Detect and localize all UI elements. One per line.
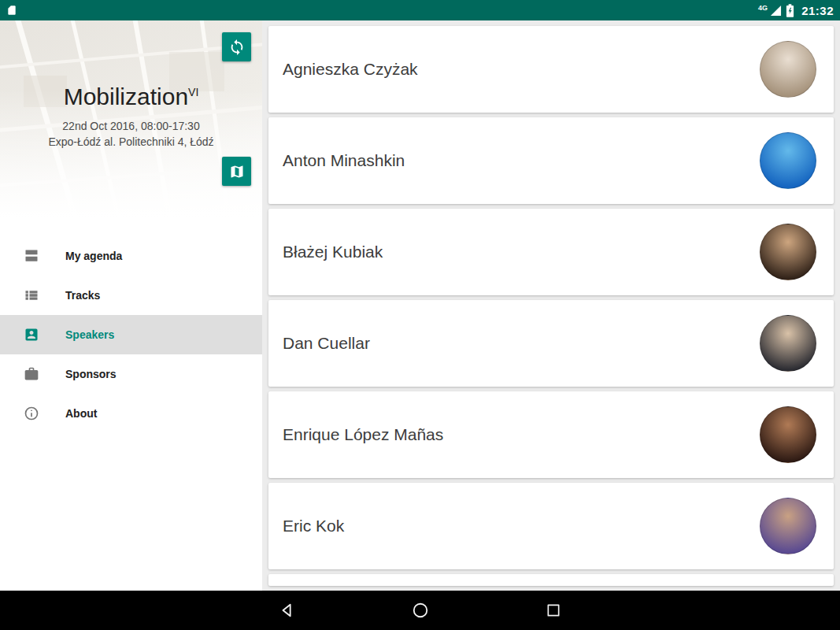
- speaker-card-partial[interactable]: [268, 574, 834, 586]
- network-type-label: 4G: [758, 4, 768, 12]
- speaker-name: Błażej Kubiak: [283, 243, 760, 261]
- speaker-name: Agnieszka Czyżak: [283, 60, 760, 79]
- status-bar: 4G 21:32: [0, 0, 840, 20]
- event-date: 22nd Oct 2016, 08:00-17:30: [0, 120, 262, 132]
- sidebar-item-label: About: [65, 407, 97, 420]
- map-icon: [229, 164, 245, 180]
- sync-button[interactable]: [222, 32, 251, 61]
- drawer-menu: My agenda Tracks Speakers Sponsors: [0, 236, 262, 433]
- speaker-avatar: [760, 132, 816, 189]
- speaker-avatar: [760, 41, 816, 98]
- home-button[interactable]: [402, 592, 439, 628]
- sync-icon: [228, 39, 246, 56]
- back-button[interactable]: [269, 592, 305, 628]
- app-title: MobilizationVI: [0, 83, 262, 110]
- speaker-card[interactable]: Agnieszka Czyżak: [268, 26, 834, 113]
- back-icon: [279, 602, 296, 619]
- speaker-name: Dan Cuellar: [283, 334, 760, 353]
- agenda-icon: [24, 248, 39, 264]
- battery-icon: [786, 4, 794, 17]
- signal-icon: [770, 5, 782, 17]
- speaker-avatar: [760, 315, 816, 372]
- speaker-name: Anton Minashkin: [283, 151, 760, 170]
- about-icon: [24, 406, 39, 421]
- sidebar-item-sponsors[interactable]: Sponsors: [0, 354, 262, 394]
- tracks-icon: [24, 287, 39, 303]
- speaker-card[interactable]: Eric Kok: [268, 483, 834, 569]
- sidebar-item-my-agenda[interactable]: My agenda: [0, 236, 262, 276]
- speaker-avatar: [760, 498, 816, 554]
- map-button[interactable]: [222, 157, 251, 186]
- clock: 21:32: [801, 4, 834, 17]
- speaker-avatar: [760, 224, 816, 280]
- sidebar-item-about[interactable]: About: [0, 394, 262, 433]
- sidebar-item-label: Speakers: [65, 328, 114, 341]
- navigation-bar: [0, 591, 840, 630]
- speaker-list[interactable]: Agnieszka Czyżak Anton Minashkin Błażej …: [262, 20, 840, 591]
- recents-icon: [546, 602, 561, 618]
- sidebar-item-label: My agenda: [65, 250, 122, 262]
- sidebar-item-tracks[interactable]: Tracks: [0, 276, 262, 315]
- speaker-card[interactable]: Anton Minashkin: [268, 117, 834, 204]
- sdcard-icon: [6, 4, 17, 17]
- recents-button[interactable]: [535, 592, 572, 628]
- app-title-superscript: VI: [188, 86, 198, 98]
- drawer-header: MobilizationVI 22nd Oct 2016, 08:00-17:3…: [0, 20, 262, 217]
- speaker-name: Eric Kok: [283, 517, 760, 536]
- speaker-name: Enrique López Mañas: [283, 425, 760, 444]
- sidebar-item-label: Sponsors: [65, 368, 117, 380]
- sidebar-item-label: Tracks: [65, 289, 100, 302]
- sponsors-icon: [24, 366, 39, 382]
- speaker-card[interactable]: Błażej Kubiak: [268, 209, 834, 295]
- nav-drawer: MobilizationVI 22nd Oct 2016, 08:00-17:3…: [0, 20, 262, 591]
- sidebar-item-speakers[interactable]: Speakers: [0, 315, 262, 354]
- speaker-card[interactable]: Enrique López Mañas: [268, 391, 834, 478]
- home-icon: [412, 602, 429, 619]
- speakers-icon: [24, 327, 39, 343]
- event-venue: Expo-Łódź al. Politechniki 4, Łódź: [0, 135, 262, 148]
- speaker-avatar: [760, 406, 816, 463]
- speaker-card[interactable]: Dan Cuellar: [268, 300, 834, 387]
